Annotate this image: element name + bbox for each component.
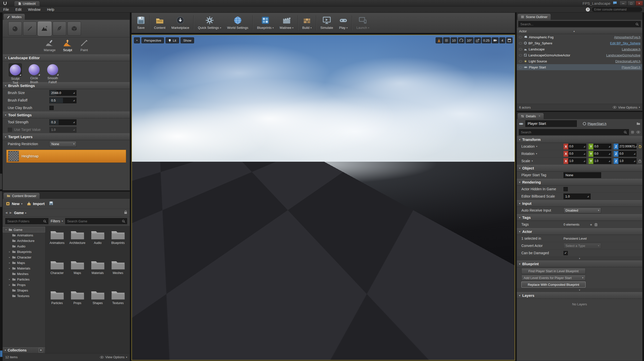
collapsed-panel-tab[interactable] xyxy=(0,191,2,207)
outliner-column-header[interactable]: Actor ▲ xyxy=(517,28,642,34)
world-settings-button[interactable]: World Settings xyxy=(224,13,251,33)
level-tab[interactable]: Untitled4 xyxy=(14,1,40,6)
auto-receive-input-select[interactable]: Disabled▾ xyxy=(563,208,601,213)
blueprint-section-header[interactable]: ▾Blueprint xyxy=(517,260,642,267)
smooth-falloff-button[interactable]: Smooth Falloff xyxy=(46,63,59,84)
rotation-snap-button[interactable] xyxy=(458,37,465,43)
expander-icon[interactable]: ▸ xyxy=(8,262,11,264)
tree-item-architecture[interactable]: Architecture xyxy=(3,238,45,243)
menu-window[interactable]: Window xyxy=(25,7,44,12)
asset-folder-tile[interactable]: Animations xyxy=(47,229,67,258)
play-button[interactable]: Play▾ xyxy=(336,13,351,33)
matinee-button[interactable]: Matinee▾ xyxy=(277,13,296,33)
asset-folder-tile[interactable]: Character xyxy=(47,259,67,288)
spinner-grip-icon[interactable]: ◢ xyxy=(73,121,75,123)
add-tag-icon[interactable]: + xyxy=(590,222,592,227)
submode-manage[interactable]: Manage xyxy=(44,39,55,54)
outliner-row-landscape[interactable]: Landscape Landscape.h xyxy=(517,46,642,52)
visibility-eye-icon[interactable] xyxy=(519,42,522,44)
object-section-header[interactable]: ▾Object xyxy=(517,165,642,171)
lock-scale-icon[interactable] xyxy=(638,159,641,163)
tab-content-browser[interactable]: Content Browser xyxy=(3,193,40,199)
show-flags-button[interactable]: Show xyxy=(181,37,194,43)
asset-folder-tile[interactable]: Audio xyxy=(88,229,107,258)
tree-item-animations[interactable]: Animations xyxy=(3,232,45,238)
tab-modes[interactable]: Modes xyxy=(3,14,25,20)
spinner-grip-icon[interactable]: ◢ xyxy=(73,99,75,102)
browse-folder-icon[interactable] xyxy=(636,122,640,125)
new-asset-button[interactable]: New ▾ xyxy=(6,202,22,206)
asset-folder-tile[interactable]: Materials xyxy=(88,259,107,288)
search-folders-input[interactable] xyxy=(7,219,42,223)
search-assets-input[interactable] xyxy=(67,219,121,223)
grid-snap-value[interactable]: 10 xyxy=(451,37,457,43)
tree-item-particles[interactable]: ▸Particles xyxy=(3,277,45,282)
tree-item-character[interactable]: ▸Character xyxy=(3,254,45,260)
asset-folder-tile[interactable]: Maps xyxy=(68,259,87,288)
actor-class-link[interactable]: PlayerStart.h xyxy=(588,122,606,126)
actor-name-field[interactable]: Player Start xyxy=(525,120,577,127)
section-expander[interactable]: ▼ xyxy=(517,288,642,292)
expander-icon[interactable]: ▸ xyxy=(8,251,11,253)
actor-class-link[interactable]: LandscapeGizmoActive xyxy=(606,53,640,57)
add-level-events-button[interactable]: Add Level Events for Player Start▾ xyxy=(521,275,586,281)
actor-class-link[interactable]: Landscape.h xyxy=(622,47,640,51)
clay-brush-checkbox[interactable] xyxy=(49,106,54,110)
perspective-button[interactable]: Perspective xyxy=(141,37,164,43)
surface-snap-button[interactable] xyxy=(436,37,442,43)
mode-geometry-button[interactable] xyxy=(67,22,81,36)
scale-snap-button[interactable] xyxy=(474,37,481,43)
reset-to-default-icon[interactable] xyxy=(638,145,642,148)
expander-icon[interactable]: ▸ xyxy=(8,256,11,258)
add-collection-button[interactable]: + xyxy=(39,348,43,352)
convert-actor-select[interactable]: Select a Type▾ xyxy=(563,243,601,249)
tree-item-blueprints[interactable]: ▸Blueprints xyxy=(3,249,45,254)
quick-settings-button[interactable]: Quick Settings▾ xyxy=(195,13,224,33)
painting-restriction-select[interactable]: None▾ xyxy=(49,141,76,147)
collections-bar[interactable]: ▾ Collections + xyxy=(3,347,45,353)
tree-item-props[interactable]: ▸Props xyxy=(3,282,45,288)
asset-folder-tile[interactable]: Blueprints xyxy=(108,229,128,258)
rotation-label[interactable]: Rotation▾ xyxy=(521,152,563,156)
scale-snap-value[interactable]: 0.25 xyxy=(482,37,491,43)
details-search-input[interactable] xyxy=(521,130,622,134)
mode-paint-button[interactable] xyxy=(23,22,37,36)
launch-button[interactable]: Launch▾ xyxy=(353,13,372,33)
view-options-button[interactable]: View Options ▾ xyxy=(100,355,127,359)
save-all-button[interactable] xyxy=(49,201,53,206)
feedback-icon[interactable] xyxy=(613,1,617,6)
rendering-section-header[interactable]: ▾Rendering xyxy=(517,179,642,186)
visibility-eye-icon[interactable] xyxy=(519,48,522,50)
outliner-row-atmospheric-fog[interactable]: Atmospheric Fog AtmosphericFog.h xyxy=(517,34,642,40)
minimize-button[interactable]: ─ xyxy=(619,1,627,6)
content-button[interactable]: Content xyxy=(151,13,169,33)
collapsed-panel-tab[interactable] xyxy=(0,173,2,190)
close-tab-icon[interactable]: × xyxy=(539,114,540,118)
scale-z-input[interactable]: 1.0◢ xyxy=(618,158,636,164)
menu-file[interactable]: File xyxy=(0,7,12,12)
filters-button[interactable]: Filters▾ xyxy=(51,219,63,223)
lit-mode-button[interactable]: Lit xyxy=(166,37,179,43)
target-layers-header[interactable]: ▾ Target Layers xyxy=(3,133,130,140)
menu-edit[interactable]: Edit xyxy=(12,7,25,12)
visibility-eye-icon[interactable] xyxy=(519,54,522,56)
viewport-options-button[interactable]: ▾ xyxy=(134,37,140,43)
layers-section-header[interactable]: ▾Layers xyxy=(517,292,642,299)
back-arrow-icon[interactable]: ◀ xyxy=(5,211,7,214)
expander-icon[interactable]: ▾ xyxy=(5,229,7,231)
tree-item-materials[interactable]: ▸Materials xyxy=(3,265,45,271)
save-button[interactable]: Save xyxy=(134,13,148,33)
maximize-button[interactable]: □ xyxy=(627,1,635,6)
actor-hidden-checkbox[interactable] xyxy=(563,187,568,191)
import-button[interactable]: Import xyxy=(27,202,45,206)
brush-settings-header[interactable]: ▾ Brush Settings xyxy=(3,82,130,89)
outliner-row-landscape-gizmo[interactable]: LandscapeGizmoActiveActor LandscapeGizmo… xyxy=(517,52,642,58)
rotation-x-input[interactable]: 0.0◢ xyxy=(568,151,586,157)
use-target-value-checkbox[interactable] xyxy=(8,128,12,132)
replace-with-composited-blueprint-button[interactable]: Replace With Composited Blueprint xyxy=(521,282,586,288)
tree-item-shapes[interactable]: Shapes xyxy=(3,288,45,293)
mode-landscape-button[interactable] xyxy=(38,22,51,36)
close-button[interactable]: × xyxy=(635,1,643,6)
tree-item-meshes[interactable]: Meshes xyxy=(3,271,45,277)
asset-folder-tile[interactable]: Meshes xyxy=(108,259,128,288)
